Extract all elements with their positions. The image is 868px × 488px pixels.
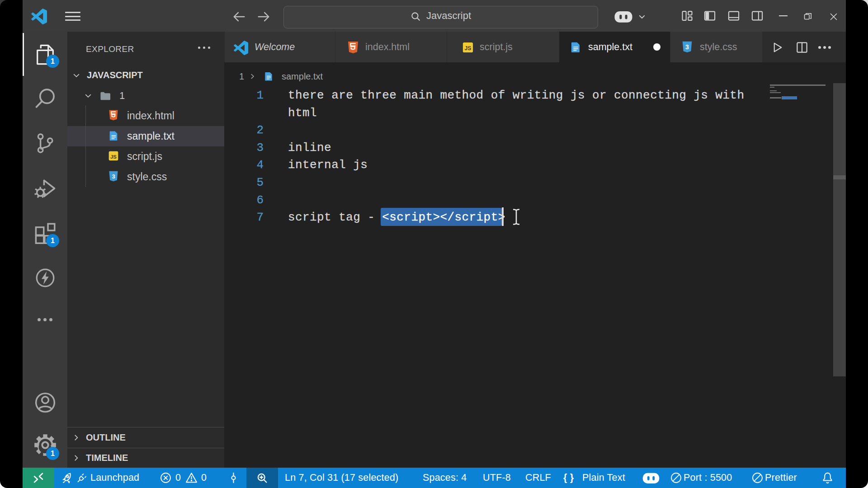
svg-text:3: 3 [112, 173, 115, 180]
svg-text:3: 3 [685, 43, 689, 51]
svg-text:JS: JS [110, 154, 117, 160]
svg-text:JS: JS [465, 45, 472, 52]
